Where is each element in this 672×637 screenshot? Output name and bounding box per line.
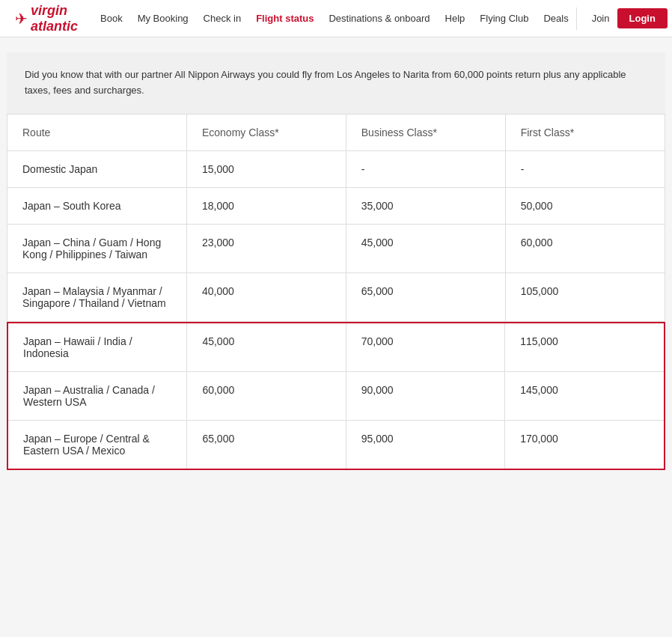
table-row: Japan – Australia / Canada / Western USA… bbox=[8, 371, 664, 420]
route-cell: Japan – Hawaii / India / Indonesia bbox=[8, 323, 187, 372]
nav-my-booking[interactable]: My Booking bbox=[138, 13, 189, 24]
route-cell: Japan – Australia / Canada / Western USA bbox=[8, 371, 187, 420]
nav-flight-status[interactable]: Flight status bbox=[256, 13, 314, 24]
nav-help[interactable]: Help bbox=[445, 13, 465, 24]
route-cell: Japan – Europe / Central & Eastern USA /… bbox=[8, 420, 187, 469]
first-cell: 105,000 bbox=[505, 272, 665, 321]
business-cell: 90,000 bbox=[346, 371, 504, 420]
highlighted-section: Japan – Hawaii / India / Indonesia 45,00… bbox=[7, 322, 665, 470]
highlighted-table: Japan – Hawaii / India / Indonesia 45,00… bbox=[8, 323, 664, 469]
economy-cell: 15,000 bbox=[186, 150, 346, 187]
business-cell: 70,000 bbox=[346, 323, 504, 372]
table-row: Japan – Hawaii / India / Indonesia 45,00… bbox=[8, 323, 664, 372]
table-row: Domestic Japan 15,000 - - bbox=[7, 150, 665, 187]
points-table: Route Economy Class* Business Class* Fir… bbox=[7, 115, 665, 321]
main-table: Route Economy Class* Business Class* Fir… bbox=[7, 114, 665, 322]
economy-cell: 65,000 bbox=[187, 420, 346, 469]
first-cell: 115,000 bbox=[505, 323, 664, 372]
nav-deals[interactable]: Deals bbox=[543, 13, 568, 24]
col-route: Route bbox=[7, 115, 186, 151]
economy-cell: 40,000 bbox=[186, 272, 346, 321]
business-cell: 35,000 bbox=[346, 187, 505, 224]
info-box: Did you know that with our partner All N… bbox=[7, 52, 665, 114]
route-cell: Domestic Japan bbox=[7, 150, 186, 187]
first-cell: 145,000 bbox=[505, 371, 664, 420]
table-row: Japan – South Korea 18,000 35,000 50,000 bbox=[7, 187, 665, 224]
first-cell: - bbox=[505, 150, 665, 187]
table-header-row: Route Economy Class* Business Class* Fir… bbox=[7, 115, 665, 151]
nav-check-in[interactable]: Check in bbox=[204, 13, 242, 24]
route-cell: Japan – China / Guam / Hong Kong / Phili… bbox=[7, 224, 186, 272]
table-row: Japan – China / Guam / Hong Kong / Phili… bbox=[7, 224, 665, 272]
business-cell: 95,000 bbox=[346, 420, 504, 469]
info-text: Did you know that with our partner All N… bbox=[25, 67, 647, 99]
economy-cell: 23,000 bbox=[186, 224, 346, 272]
col-business: Business Class* bbox=[346, 115, 505, 151]
navigation: ✈ virgin atlantic Book My Booking Check … bbox=[0, 0, 672, 37]
first-cell: 50,000 bbox=[505, 187, 665, 224]
economy-cell: 45,000 bbox=[187, 323, 346, 372]
economy-cell: 18,000 bbox=[186, 187, 346, 224]
first-cell: 60,000 bbox=[505, 224, 665, 272]
login-button[interactable]: Login bbox=[617, 8, 668, 28]
business-cell: 65,000 bbox=[346, 272, 505, 321]
route-cell: Japan – South Korea bbox=[7, 187, 186, 224]
first-cell: 170,000 bbox=[505, 420, 664, 469]
col-first: First Class* bbox=[505, 115, 665, 151]
col-economy: Economy Class* bbox=[186, 115, 346, 151]
nav-divider bbox=[576, 7, 577, 30]
business-cell: - bbox=[346, 150, 505, 187]
economy-cell: 60,000 bbox=[187, 371, 346, 420]
table-row: Japan – Malaysia / Myanmar / Singapore /… bbox=[7, 272, 665, 321]
business-cell: 45,000 bbox=[346, 224, 505, 272]
logo-bird-icon: ✈ bbox=[15, 10, 28, 28]
page-content: Did you know that with our partner All N… bbox=[7, 52, 665, 470]
table-row: Japan – Europe / Central & Eastern USA /… bbox=[8, 420, 664, 469]
nav-links: Book My Booking Check in Flight status D… bbox=[100, 13, 569, 24]
nav-book[interactable]: Book bbox=[100, 13, 123, 24]
route-cell: Japan – Malaysia / Myanmar / Singapore /… bbox=[7, 272, 186, 321]
logo-text: virgin atlantic bbox=[31, 3, 78, 34]
join-button[interactable]: Join bbox=[592, 13, 610, 24]
nav-flying-club[interactable]: Flying Club bbox=[480, 13, 528, 24]
logo[interactable]: ✈ virgin atlantic bbox=[15, 3, 78, 34]
nav-auth: Join Login bbox=[569, 7, 668, 30]
nav-destinations[interactable]: Destinations & onboard bbox=[329, 13, 430, 24]
